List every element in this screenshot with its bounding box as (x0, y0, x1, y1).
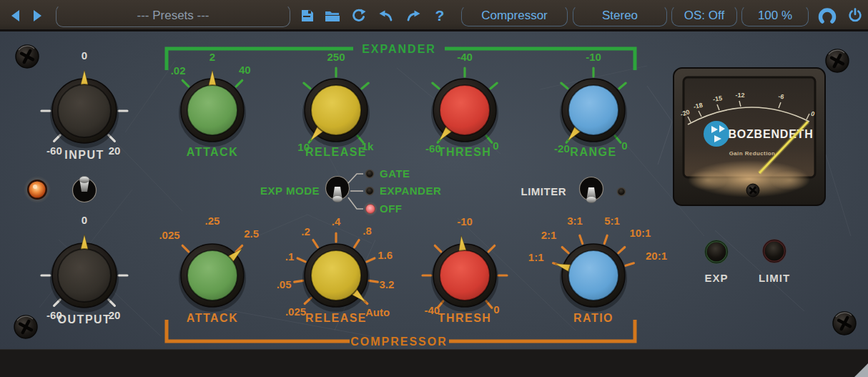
knob-cap-comp-thresh[interactable] (440, 250, 490, 300)
expander-section-title: EXPANDER (362, 43, 436, 55)
knob-name-label: RELEASE (305, 312, 367, 324)
knob-exp-release: 102501kRELEASE (297, 51, 374, 158)
preset-selector[interactable]: --- Presets --- (56, 4, 290, 27)
knob-tick (304, 83, 310, 89)
bottom-bar (0, 349, 868, 377)
knob-scale-label: -40 (457, 51, 473, 63)
knob-tick (618, 248, 625, 253)
knob-scale-label: 0 (621, 139, 627, 152)
reload-button[interactable] (350, 6, 368, 25)
knob-name-label: RANGE (570, 146, 616, 158)
resize-handle[interactable] (854, 363, 868, 377)
prev-preset-button[interactable] (6, 6, 25, 25)
knob-cap-exp-range[interactable] (568, 85, 618, 135)
boz-logo (704, 121, 729, 147)
knob-exp-attack: .02240ATTACK (171, 51, 251, 158)
knob-cap-comp-attack[interactable] (187, 250, 237, 300)
open-preset-button[interactable] (323, 6, 342, 25)
save-preset-button[interactable] (298, 6, 317, 25)
knob-exp-range: -20-100RANGE (554, 51, 627, 158)
knob-scale-label: 2:1 (541, 229, 557, 241)
off-option-label: OFF (380, 202, 403, 215)
knob-tick (362, 83, 368, 89)
knob-tick (562, 248, 568, 253)
knob-scale-label: .4 (332, 215, 341, 227)
gate-option-label: GATE (380, 167, 410, 180)
knob-scale-label: 40 (239, 64, 251, 76)
zoom-selector[interactable]: 100 % (741, 5, 809, 26)
knob-scale-label: .025 (159, 229, 179, 241)
preset-label: --- Presets --- (137, 9, 209, 23)
headphones-button[interactable] (817, 6, 838, 25)
knob-tick (355, 240, 360, 248)
knob-scale-label: 3:1 (567, 215, 583, 227)
knob-scale-label: 0 (82, 214, 87, 226)
gain-reduction-meter: -20 -18 -15 -12 -6 0 BOZBENDETH Gain Red… (674, 68, 825, 205)
meter-subtitle: Gain Reduction (729, 150, 776, 157)
channel-selector[interactable]: Stereo (573, 5, 667, 26)
panel-graphics: EXPANDER COMPRESSOR -60020INPUT-60020OUT… (0, 31, 868, 349)
knob-scale-label: Auto (365, 306, 390, 318)
knob-tick (295, 280, 303, 282)
knob-cap-input[interactable] (58, 84, 111, 137)
knob-scale-label: -60 (46, 145, 62, 157)
knob-tick (435, 245, 441, 252)
reload-icon (351, 8, 367, 24)
knob-scale-label: 250 (327, 51, 345, 63)
knob-tick (182, 80, 188, 87)
oversampling-selector[interactable]: OS: Off (671, 5, 737, 26)
knob-scale-label: .25 (205, 215, 220, 227)
redo-button[interactable] (404, 6, 423, 25)
screw-bottom-right (833, 312, 856, 335)
knob-cap-exp-thresh[interactable] (440, 85, 490, 135)
front-panel: EXPANDER COMPRESSOR -60020INPUT-60020OUT… (0, 31, 868, 349)
knob-cap-comp-release[interactable] (311, 250, 361, 300)
undo-icon (378, 9, 394, 23)
knob-cap-comp-ratio[interactable] (568, 250, 618, 300)
knob-tick (313, 240, 318, 248)
knob-name-label: OUTPUT (58, 313, 112, 325)
gate-led (366, 170, 374, 178)
mode-selector[interactable]: Compressor (461, 5, 568, 26)
knob-cap-exp-attack[interactable] (187, 85, 237, 135)
exp-mode-toggle[interactable] (326, 177, 350, 202)
knob-scale-label: .8 (363, 225, 372, 237)
open-folder-icon (325, 9, 340, 23)
knob-cap-exp-release[interactable] (311, 85, 361, 135)
power-button[interactable] (846, 6, 864, 25)
knob-scale-label: 2.5 (244, 227, 259, 240)
knob-scale-label: 20 (109, 145, 121, 157)
knob-scale-label: 1.6 (378, 249, 393, 261)
knob-name-label: THRESH (438, 312, 492, 324)
knob-name-label: INPUT (64, 149, 104, 161)
bypass-toggle[interactable] (73, 177, 97, 202)
next-preset-button[interactable] (28, 6, 46, 25)
exp-mode-cluster: EXP MODE GATE EXPANDER OFF (260, 167, 441, 216)
knob-scale-label: -20 (554, 142, 570, 155)
help-icon: ? (435, 7, 445, 24)
compressor-section-title: COMPRESSOR (350, 336, 448, 348)
knob-exp-thresh: -60-400THRESH (425, 51, 498, 158)
limiter-toggle[interactable] (580, 177, 603, 203)
knob-scale-label: .02 (171, 64, 186, 77)
plugin-window: --- Presets --- (0, 0, 868, 377)
screw-top-left (16, 45, 39, 68)
expander-led (366, 187, 374, 195)
knob-comp-release: .025.05.1.2.4.81.63.2AutoRELEASE (277, 215, 395, 324)
svg-text:-6: -6 (778, 92, 785, 100)
power-icon (847, 7, 864, 24)
next-icon (30, 9, 44, 23)
knob-tick (580, 235, 583, 243)
knob-cap-output[interactable] (58, 249, 111, 302)
expander-option-label: EXPANDER (380, 185, 441, 197)
knob-scale-label: -10 (586, 51, 601, 63)
knob-tick (182, 245, 188, 252)
knob-name-label: RELEASE (305, 146, 367, 158)
knob-comp-attack: .025.252.5ATTACK (159, 215, 259, 324)
limit-indicator-label: LIMIT (759, 272, 790, 284)
help-button[interactable]: ? (430, 6, 449, 25)
knob-scale-label: .025 (285, 305, 306, 318)
undo-button[interactable] (377, 6, 395, 25)
knob-name-label: THRESH (438, 146, 492, 158)
knob-comp-ratio: 1:12:13:15:110:120:1RATIO (528, 215, 667, 324)
